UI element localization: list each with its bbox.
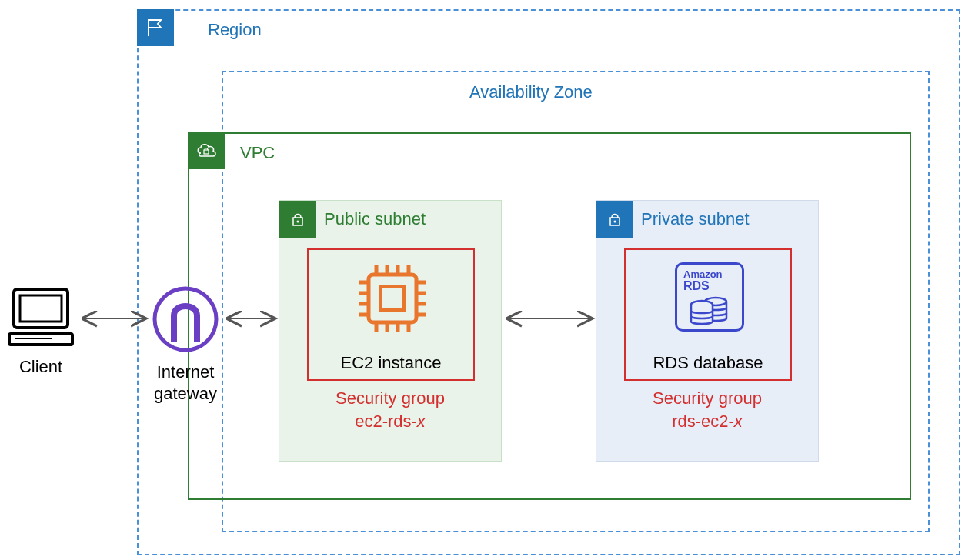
lock-icon <box>287 208 309 230</box>
public-subnet-label: Public subnet <box>324 209 426 229</box>
az-label: Availability Zone <box>469 82 593 102</box>
lock-icon <box>604 208 626 230</box>
svg-rect-27 <box>20 295 62 322</box>
private-subnet-label: Private subnet <box>641 209 750 229</box>
vpc-label: VPC <box>240 143 275 163</box>
igw-label: Internet gateway <box>151 362 220 404</box>
public-sg-line2: ec2-rds-x <box>279 412 501 432</box>
database-icon <box>686 294 733 328</box>
region-label: Region <box>208 20 262 40</box>
private-subnet-icon-box <box>596 201 633 238</box>
private-sg-box: Amazon RDS RDS database <box>624 248 792 381</box>
ec2-instance-label: EC2 instance <box>309 353 473 373</box>
rds-icon: Amazon RDS <box>675 262 744 332</box>
private-sg-prefix: rds-ec2- <box>672 412 734 431</box>
svg-point-3 <box>297 221 299 223</box>
flag-icon <box>144 16 167 39</box>
igw-box: Internet gateway <box>151 285 220 404</box>
client-box: Client <box>6 285 75 377</box>
svg-rect-1 <box>204 150 209 154</box>
svg-rect-5 <box>381 287 404 310</box>
public-sg-prefix: ec2-rds- <box>355 412 417 431</box>
private-sg-suffix: x <box>734 412 743 431</box>
private-sg-text: Security group rds-ec2-x <box>596 388 818 432</box>
public-sg-suffix: x <box>417 412 426 431</box>
svg-point-23 <box>614 221 616 223</box>
igw-line2: gateway <box>151 383 220 405</box>
svg-point-30 <box>155 288 216 350</box>
rds-database-label: RDS database <box>626 353 790 373</box>
rds-brand1: Amazon <box>677 269 723 280</box>
client-computer-icon <box>6 285 75 349</box>
cloud-lock-icon <box>193 138 219 164</box>
region-flag-icon <box>137 9 174 46</box>
rds-brand2: RDS <box>677 280 710 292</box>
public-sg-text: Security group ec2-rds-x <box>279 388 501 432</box>
ec2-chip-icon <box>350 259 435 339</box>
public-sg-line1: Security group <box>279 388 501 408</box>
vpc-icon-box <box>188 132 225 169</box>
igw-line1: Internet <box>151 362 220 383</box>
private-sg-line1: Security group <box>596 388 818 408</box>
igw-icon <box>151 285 220 354</box>
private-subnet-box: Private subnet Amazon RDS RDS database S… <box>596 200 819 462</box>
svg-rect-4 <box>369 275 416 322</box>
public-subnet-icon-box <box>279 201 316 238</box>
public-subnet-box: Public subnet EC2 in <box>279 200 502 462</box>
client-label: Client <box>6 357 75 377</box>
public-sg-box: EC2 instance <box>307 248 475 381</box>
private-sg-line2: rds-ec2-x <box>596 412 818 432</box>
